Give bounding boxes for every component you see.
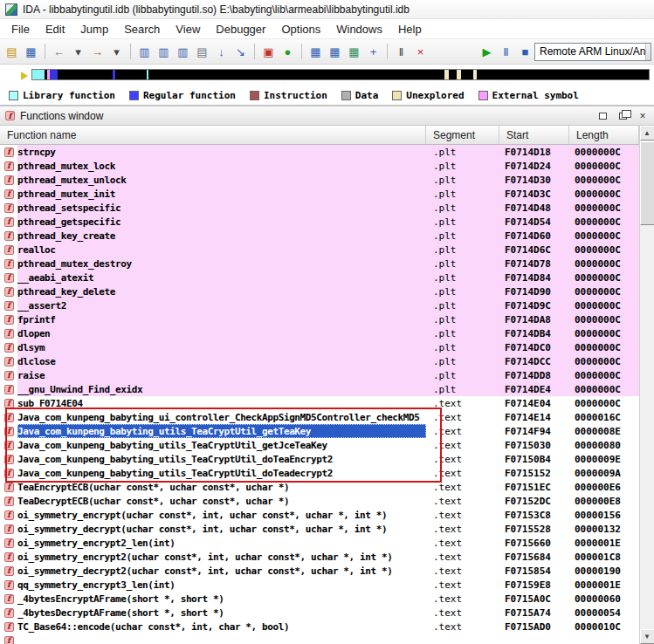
- menu-item-jump[interactable]: Jump: [72, 21, 116, 38]
- function-row[interactable]: f__assert2.pltF0714D9C0000000C: [0, 298, 639, 312]
- function-row[interactable]: frealloc.pltF0714D6C0000000C: [0, 243, 639, 257]
- function-row[interactable]: fJava_com_kunpeng_babyting_utils_TeaCryp…: [0, 466, 639, 480]
- function-segment: .plt: [426, 173, 499, 187]
- function-type-cell: f: [0, 522, 17, 536]
- restore-button[interactable]: [616, 110, 629, 122]
- function-row[interactable]: fpthread_getspecific.pltF0714D540000000C: [0, 215, 639, 229]
- function-length: 0000001E: [569, 536, 639, 550]
- function-row[interactable]: fpthread_mutex_lock.pltF0714D240000000C: [0, 159, 639, 173]
- function-row[interactable]: fdlsym.pltF0714DC00000000C: [0, 340, 639, 354]
- ida-view-icon[interactable]: ▣: [259, 43, 278, 61]
- add-window-icon[interactable]: +: [364, 43, 382, 61]
- function-row[interactable]: foi_symmetry_encrypt2_len(int).textF0715…: [0, 536, 639, 550]
- function-row[interactable]: fTC_Base64::encode(uchar const*, int, ch…: [0, 620, 639, 634]
- function-row[interactable]: fJava_com_kunpeng_babyting_utils_TeaCryp…: [0, 452, 639, 466]
- function-row[interactable]: foi_symmetry_decrypt2(uchar const*, int,…: [0, 564, 639, 578]
- print-icon[interactable]: ▤: [193, 43, 211, 61]
- function-row[interactable]: fstrncpy.pltF0714D180000000C: [0, 145, 639, 159]
- debugger-selector[interactable]: Remote ARM Linux/An ▾: [534, 43, 651, 61]
- function-row-partial[interactable]: f: [0, 634, 639, 644]
- function-type-cell: f: [0, 159, 17, 173]
- function-length: 0000000C: [569, 312, 639, 326]
- menu-item-search[interactable]: Search: [116, 21, 168, 38]
- menu-item-file[interactable]: File: [3, 21, 38, 38]
- function-start: F0714E04: [499, 396, 569, 410]
- column-header-start[interactable]: Start: [499, 126, 569, 144]
- forward-history-dropdown-icon[interactable]: ▾: [107, 43, 126, 61]
- save-file-icon[interactable]: ▦: [22, 43, 40, 61]
- function-row[interactable]: fJava_com_kunpeng_babyting_utils_TeaCryp…: [0, 438, 639, 452]
- close-button[interactable]: ×: [637, 110, 649, 122]
- scroll-up-icon[interactable]: ▲: [640, 126, 654, 140]
- close-view-icon[interactable]: ×: [411, 43, 430, 61]
- vertical-scrollbar[interactable]: ▲ ▼: [639, 126, 654, 644]
- jump-immediate-icon[interactable]: ▥: [135, 43, 154, 61]
- legend-label: Library function: [23, 90, 115, 101]
- search-text-icon[interactable]: ▥: [155, 43, 173, 61]
- hex-view-icon[interactable]: ●: [279, 43, 297, 61]
- function-row[interactable]: f__gnu_Unwind_Find_exidx.pltF0714DE40000…: [0, 382, 639, 396]
- function-row[interactable]: foi_symmetry_encrypt2(uchar const*, int,…: [0, 550, 639, 564]
- function-row[interactable]: foi_symmetry_decrypt(uchar const*, int, …: [0, 522, 639, 536]
- menu-item-edit[interactable]: Edit: [38, 21, 72, 38]
- function-row[interactable]: foi_symmetry_encrypt(uchar const*, int, …: [0, 508, 639, 522]
- minimize-button[interactable]: [596, 110, 609, 122]
- function-row[interactable]: fpthread_mutex_destroy.pltF0714D78000000…: [0, 257, 639, 271]
- stop-process-icon[interactable]: ■: [516, 43, 534, 61]
- open-file-icon[interactable]: ▤: [3, 43, 21, 61]
- pause-process-icon[interactable]: Ⅱ: [497, 43, 515, 61]
- function-row[interactable]: fpthread_key_create.pltF0714D600000000C: [0, 229, 639, 243]
- open-structures-icon[interactable]: ▦: [306, 43, 325, 61]
- function-segment: .text: [426, 564, 499, 578]
- function-row[interactable]: fJava_com_kunpeng_babyting_ui_controller…: [0, 410, 639, 424]
- function-row[interactable]: fJava_com_kunpeng_babyting_utils_TeaCryp…: [0, 424, 639, 438]
- scrollbar-thumb[interactable]: [640, 141, 654, 225]
- function-segment: .plt: [426, 326, 499, 340]
- menu-item-view[interactable]: View: [168, 21, 208, 38]
- function-row[interactable]: ffprintf.pltF0714DA80000000C: [0, 312, 639, 326]
- function-row[interactable]: fpthread_setspecific.pltF0714D480000000C: [0, 201, 639, 215]
- function-start: F0714D60: [499, 229, 569, 243]
- menu-item-options[interactable]: Options: [273, 21, 328, 38]
- search-sequence-icon[interactable]: ▥: [174, 43, 192, 61]
- function-row[interactable]: fraise.pltF0714DD80000000C: [0, 368, 639, 382]
- cross-references-icon[interactable]: ↘: [231, 43, 250, 61]
- function-row[interactable]: fpthread_mutex_init.pltF0714D3C0000000C: [0, 187, 639, 201]
- column-header-name[interactable]: Function name: [0, 126, 426, 144]
- jump-down-icon[interactable]: ↓: [212, 43, 231, 61]
- toolbar-separator: [301, 44, 302, 59]
- menu-item-debugger[interactable]: Debugger: [208, 21, 273, 38]
- function-row[interactable]: fsub_F0714E04.textF0714E040000000C: [0, 396, 639, 410]
- start-process-icon[interactable]: ▶: [478, 43, 496, 61]
- function-row[interactable]: f__aeabi_atexit.pltF0714D840000000C: [0, 271, 639, 284]
- function-row[interactable]: fTeaDecryptECB(uchar const*, uchar const…: [0, 494, 639, 508]
- column-header-segment[interactable]: Segment: [426, 126, 499, 144]
- function-start: F0715A74: [499, 606, 569, 620]
- navigate-back-icon[interactable]: ←: [50, 43, 68, 61]
- navigation-band[interactable]: [31, 69, 650, 80]
- scroll-down-icon[interactable]: ▼: [640, 629, 654, 644]
- function-row[interactable]: fTeaEncryptECB(uchar const*, uchar const…: [0, 480, 639, 494]
- function-segment: .text: [426, 452, 499, 466]
- function-row[interactable]: fpthread_mutex_unlock.pltF0714D300000000…: [0, 173, 639, 187]
- function-start: F0714D78: [499, 257, 569, 271]
- menu-item-windows[interactable]: Windows: [328, 21, 390, 38]
- function-row[interactable]: fdlopen.pltF0714DB40000000C: [0, 326, 639, 340]
- function-row[interactable]: f_4bytesDecryptAFrame(short *, short *).…: [0, 606, 639, 620]
- navigator-bars-icon[interactable]: ‖: [392, 43, 410, 61]
- function-row[interactable]: fqq_symmetry_encrypt3_len(int).textF0715…: [0, 578, 639, 592]
- column-header-length[interactable]: Length: [569, 126, 639, 144]
- function-row[interactable]: fdlclose.pltF0714DCC0000000C: [0, 354, 639, 368]
- combo-dropdown-icon[interactable]: ▾: [645, 44, 651, 60]
- function-f-icon: f: [4, 510, 14, 520]
- function-f-icon: f: [4, 483, 14, 492]
- function-row[interactable]: fpthread_key_delete.pltF0714D900000000C: [0, 284, 639, 298]
- open-segments-icon[interactable]: ▦: [345, 43, 363, 61]
- menu-item-help[interactable]: Help: [390, 21, 430, 38]
- navigate-forward-icon[interactable]: →: [88, 43, 107, 61]
- function-segment: .plt: [426, 243, 499, 257]
- open-enums-icon[interactable]: ▦: [326, 43, 344, 61]
- back-history-dropdown-icon[interactable]: ▾: [69, 43, 87, 61]
- function-name: oi_symmetry_encrypt(uchar const*, int, u…: [17, 508, 426, 522]
- function-row[interactable]: f_4bytesEncryptAFrame(short *, short *).…: [0, 592, 639, 606]
